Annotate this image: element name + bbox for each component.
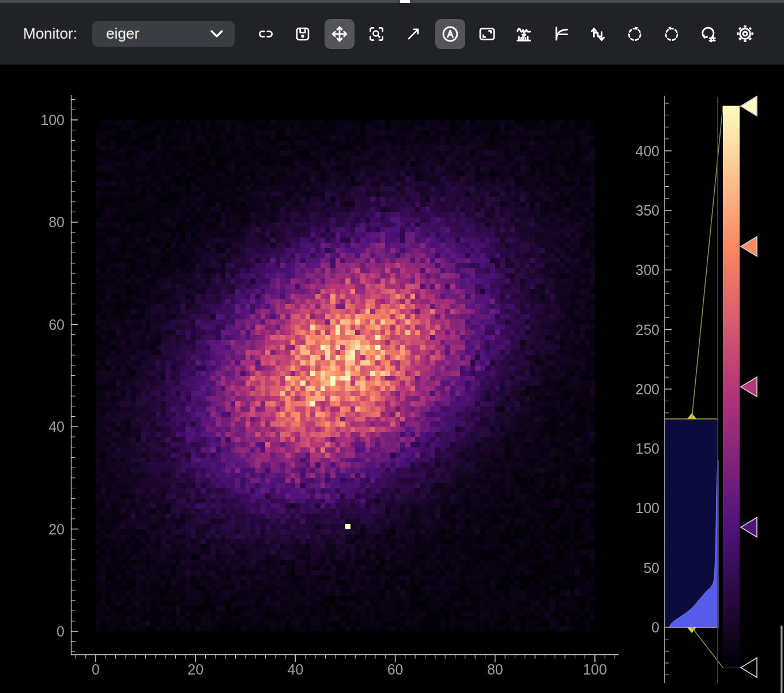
rotate-ccw-button[interactable] [657, 19, 687, 49]
monitor-label: Monitor: [23, 25, 77, 43]
lut-tick-label: 150 [635, 440, 659, 457]
gradient-stop-tick[interactable] [741, 377, 757, 397]
lut-tick-label: 300 [635, 262, 659, 278]
x-tick-label: 40 [287, 661, 303, 677]
x-tick-label: 100 [583, 661, 607, 677]
histogram-equalize-button[interactable] [509, 19, 539, 49]
auto-levels-button[interactable] [435, 19, 465, 49]
move-arrows-icon [330, 25, 349, 43]
x-tick-label: 0 [92, 661, 100, 677]
app-window: Monitor: eiger 0204060801000204060801000… [0, 0, 784, 693]
swap-step-arrows-icon [589, 25, 607, 43]
reset-settings-button[interactable] [693, 19, 723, 49]
x-tick-label: 80 [487, 661, 503, 677]
saturation-curve-icon [552, 25, 570, 43]
gradient-bar[interactable] [723, 106, 740, 668]
lut-tick-label: 250 [635, 322, 659, 338]
diagonal-arrow-icon [405, 25, 422, 43]
response-curve-button[interactable] [546, 19, 576, 49]
chevron-down-icon [210, 30, 223, 38]
link-button[interactable] [251, 19, 281, 49]
gear-icon [736, 24, 755, 43]
gradient-stop-tick[interactable] [741, 96, 757, 116]
fit-frame-button[interactable] [472, 19, 502, 49]
lut-tick-label: 400 [635, 143, 659, 159]
y-tick-label: 80 [48, 214, 65, 230]
toolbar: Monitor: eiger [0, 3, 784, 65]
pan-button[interactable] [325, 19, 355, 49]
y-axis: 020406080100 [40, 95, 78, 655]
gradient-stop-tick[interactable] [741, 518, 757, 537]
y-tick-label: 60 [48, 317, 65, 333]
plot-axes-and-lut: 0204060801000204060801000501001502002503… [0, 65, 784, 693]
reset-sliders-icon [699, 25, 718, 43]
frame-corners-icon [478, 25, 496, 43]
monitor-select[interactable]: eiger [92, 21, 235, 47]
histogram-arrow-icon [514, 24, 534, 44]
y-tick-label: 100 [40, 112, 65, 128]
x-axis: 020406080100 [71, 655, 619, 678]
toolbar-buttons [251, 19, 760, 49]
settings-button[interactable] [730, 19, 760, 49]
gradient-stop-tick[interactable] [741, 658, 757, 677]
flip-axis-button[interactable] [583, 19, 613, 49]
rotate-cw-button[interactable] [620, 19, 650, 49]
y-tick-label: 20 [48, 521, 65, 537]
save-icon [294, 25, 311, 43]
link-icon [257, 25, 275, 43]
lut-tick-label: 100 [635, 500, 659, 516]
lut-tick-label: 200 [635, 381, 659, 397]
gradient-stop-tick[interactable] [741, 237, 757, 257]
rotate-counterclockwise-icon [662, 25, 681, 43]
lut-tick-label: 50 [643, 560, 659, 576]
circled-a-icon [441, 25, 459, 43]
save-button[interactable] [288, 19, 318, 49]
y-tick-label: 40 [48, 419, 65, 435]
x-tick-label: 60 [387, 661, 404, 677]
magnifier-frame-icon [368, 25, 385, 43]
scrollbar-thumb[interactable] [781, 626, 783, 693]
plot-region: 0204060801000204060801000501001502002503… [0, 65, 784, 693]
rotate-clockwise-icon [625, 25, 644, 43]
x-tick-label: 20 [187, 661, 203, 677]
zoom-region-button[interactable] [361, 19, 391, 49]
resize-diagonal-button[interactable] [398, 19, 428, 49]
lut-tick-label: 350 [635, 202, 659, 219]
y-tick-label: 0 [56, 623, 65, 639]
monitor-select-value: eiger [106, 25, 140, 43]
lut-tick-label: 0 [651, 619, 659, 635]
